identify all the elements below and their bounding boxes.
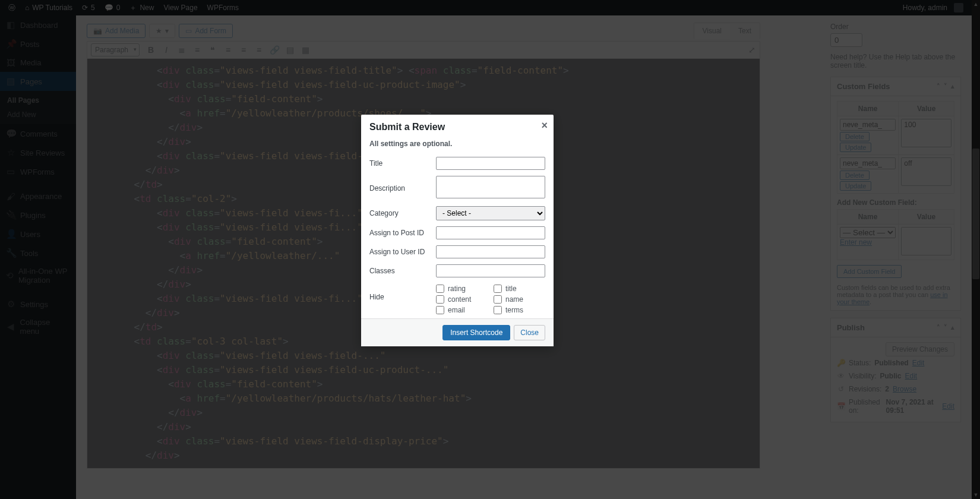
modal-note: All settings are optional.	[361, 140, 554, 154]
hide-terms-checkbox[interactable]: terms	[494, 306, 545, 314]
title-input[interactable]	[436, 157, 545, 170]
hide-title-checkbox[interactable]: title	[494, 285, 545, 293]
submit-review-modal: Submit a Review × All settings are optio…	[361, 115, 554, 346]
classes-input[interactable]	[436, 264, 545, 277]
close-icon[interactable]: ×	[541, 119, 548, 132]
hide-email-checkbox[interactable]: email	[436, 306, 488, 314]
description-input[interactable]	[436, 176, 545, 198]
assign-post-input[interactable]	[436, 226, 545, 239]
label-category: Category	[369, 209, 436, 217]
label-description: Description	[369, 184, 436, 192]
hide-name-checkbox[interactable]: name	[494, 295, 545, 304]
insert-shortcode-button[interactable]: Insert Shortcode	[442, 325, 510, 340]
label-assign-post: Assign to Post ID	[369, 229, 436, 237]
label-hide: Hide	[369, 283, 436, 301]
hide-content-checkbox[interactable]: content	[436, 295, 488, 304]
label-title: Title	[369, 159, 436, 168]
modal-title: Submit a Review	[369, 122, 445, 132]
label-classes: Classes	[369, 267, 436, 275]
category-select[interactable]: - Select -	[436, 206, 545, 220]
hide-rating-checkbox[interactable]: rating	[436, 285, 488, 293]
close-button[interactable]: Close	[514, 325, 545, 340]
assign-user-input[interactable]	[436, 245, 545, 258]
label-assign-user: Assign to User ID	[369, 248, 436, 256]
